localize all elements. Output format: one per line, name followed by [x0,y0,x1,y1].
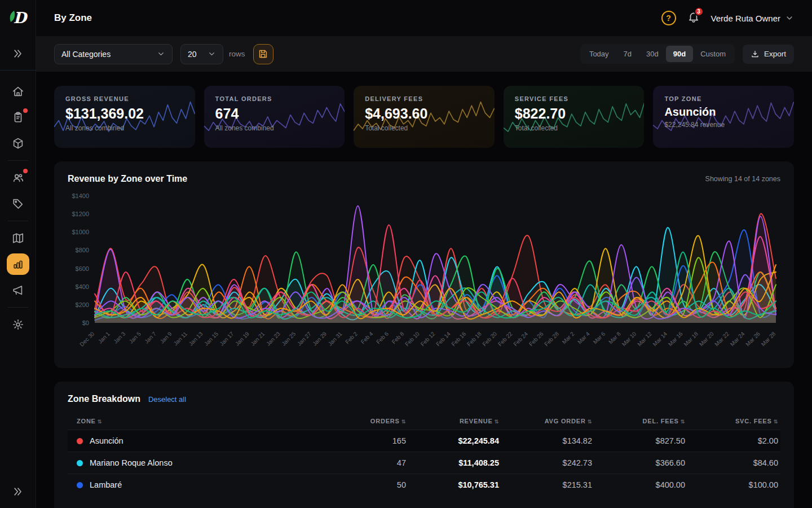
svg-text:$1400: $1400 [72,192,89,199]
svg-text:$1200: $1200 [72,211,89,217]
svg-text:Jan 25: Jan 25 [280,330,297,347]
notification-badge: 3 [694,7,704,16]
sidebar-item-marketing[interactable] [7,279,29,301]
svg-text:Dec 30: Dec 30 [78,330,95,347]
help-button[interactable]: ? [661,11,676,25]
chart-title: Revenue by Zone over Time [68,174,187,184]
zone-color-dot [77,460,83,466]
svg-text:Mar 14: Mar 14 [651,330,668,347]
package-icon [12,137,24,150]
deselect-all-link[interactable]: Deselect all [148,395,186,404]
divider [8,160,28,161]
chevron-down-icon [208,50,216,58]
sidebar-expand-bottom-button[interactable] [7,481,29,502]
save-view-button[interactable] [253,44,273,64]
svg-text:$800: $800 [76,247,89,253]
revenue-chart-panel: Revenue by Zone over Time Showing 14 of … [54,161,794,368]
range-90d[interactable]: 90d [666,46,693,62]
svg-text:Jan 27: Jan 27 [296,330,312,347]
user-name: Verde Ruta Owner [711,14,780,23]
topbar: By Zone ? 3 Verde Ruta Owner [36,0,812,36]
range-7d[interactable]: 7d [616,46,639,62]
app-logo[interactable]: D [0,0,36,36]
svg-text:Jan 23: Jan 23 [265,330,281,347]
sort-icon: ⇅ [588,419,592,424]
svg-text:Jan 29: Jan 29 [311,330,328,347]
svg-text:Feb 20: Feb 20 [481,330,498,347]
sidebar-expand-button[interactable] [7,43,29,64]
svg-text:Feb 22: Feb 22 [497,330,514,347]
table-title: Zone Breakdown [68,394,140,404]
col-revenue[interactable]: REVENUE⇅ [408,412,501,430]
sidebar-item-settings[interactable] [7,314,29,335]
col-del-fees[interactable]: DEL. FEES⇅ [594,412,687,430]
svg-text:Feb 24: Feb 24 [512,330,529,347]
sort-icon: ⇅ [401,419,406,424]
table-row[interactable]: Mariano Roque Alonso 47 $11,408.25 $242.… [68,452,780,474]
range-30d[interactable]: 30d [639,46,666,62]
double-chevron-right-icon [12,48,24,59]
sidebar-item-home[interactable] [7,81,29,102]
divider [8,221,28,221]
page-title: By Zone [54,12,92,24]
kpi-row: GROSS REVENUE $131,369.02 All zones comb… [54,86,794,148]
kpi-gross-revenue: GROSS REVENUE $131,369.02 All zones comb… [54,86,195,148]
save-icon [258,49,268,59]
sidebar-item-customers[interactable] [7,167,29,189]
chevron-down-icon [785,14,794,23]
kpi-total-orders: TOTAL ORDERS 674 All zones combined [204,86,345,148]
svg-text:Mar 2: Mar 2 [561,330,576,345]
col-orders[interactable]: ORDERS⇅ [315,412,408,430]
export-button[interactable]: Export [743,45,794,64]
sidebar-item-tags[interactable] [7,193,29,214]
home-icon [12,85,24,98]
divider [8,307,28,308]
svg-text:Mar 10: Mar 10 [621,330,638,347]
svg-text:Feb 26: Feb 26 [528,330,545,347]
revenue-line-chart[interactable]: $1400$1200$1000$800$600$400$200$0Dec 30J… [68,186,780,361]
svg-text:Mar 6: Mar 6 [592,330,607,345]
users-icon [12,172,24,184]
date-range-group: Today 7d 30d 90d Custom [580,44,735,64]
svg-text:Jan 3: Jan 3 [112,330,126,344]
svg-text:Jan 1: Jan 1 [97,330,111,344]
notification-dot [23,108,28,113]
svg-text:Feb 16: Feb 16 [451,330,467,347]
col-svc-fees[interactable]: SVC. FEES⇅ [687,412,780,430]
range-custom[interactable]: Custom [693,46,733,62]
table-row[interactable]: Asunción 165 $22,245.84 $134.82 $827.50 … [68,430,780,452]
sidebar-item-products[interactable] [7,133,29,154]
user-menu[interactable]: Verde Ruta Owner [711,14,794,23]
svg-text:$400: $400 [76,283,89,290]
divider [0,70,36,71]
notifications-button[interactable]: 3 [687,11,700,25]
main-content: GROSS REVENUE $131,369.02 All zones comb… [36,72,812,508]
svg-text:Jan 17: Jan 17 [219,330,235,347]
svg-text:Feb 14: Feb 14 [435,330,452,347]
sidebar-item-zones[interactable] [7,227,29,249]
svg-text:$0: $0 [82,319,89,326]
double-chevron-right-icon [12,486,24,497]
megaphone-icon [12,284,24,296]
filter-bar: All Categories 20 rows Today 7d 30d 90d … [36,36,812,72]
col-avg-order[interactable]: AVG ORDER⇅ [501,412,594,430]
bar-chart-icon [12,258,24,270]
zone-color-dot [77,438,83,444]
svg-text:Jan 13: Jan 13 [188,330,204,347]
table-row[interactable]: Lambaré 50 $10,765.31 $215.31 $400.00 $1… [68,474,780,496]
rows-select[interactable]: 20 [180,44,223,64]
svg-text:Mar 26: Mar 26 [744,330,761,347]
download-icon [751,50,760,59]
svg-text:Feb 28: Feb 28 [543,330,560,347]
range-today[interactable]: Today [582,46,616,62]
svg-text:Mar 22: Mar 22 [713,330,730,347]
col-zone[interactable]: ZONE⇅ [68,412,315,430]
svg-text:Feb 12: Feb 12 [420,330,436,347]
svg-text:Mar 20: Mar 20 [698,330,715,347]
svg-text:Mar 28: Mar 28 [760,330,777,347]
category-select[interactable]: All Categories [54,44,173,64]
sidebar-item-analytics[interactable] [7,253,29,275]
svg-text:Jan 15: Jan 15 [203,330,219,347]
svg-text:Jan 19: Jan 19 [234,330,250,347]
sidebar-item-orders[interactable] [7,107,29,128]
